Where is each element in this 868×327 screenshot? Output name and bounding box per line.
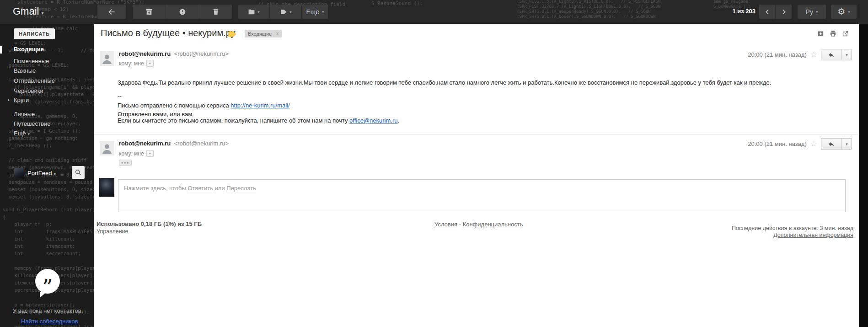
expand-triangle-icon[interactable]: ▸ [8, 97, 10, 102]
screen-edge [859, 24, 868, 327]
chevron-down-icon: ▾ [322, 10, 324, 14]
chat-profile-avatar[interactable] [14, 168, 24, 178]
signature-line-2: Отправлено вами, или вам. [118, 111, 194, 118]
sidebar-item-personal[interactable]: Личные [14, 111, 35, 118]
chevron-down-icon: ▾ [41, 11, 43, 16]
move-to-button[interactable]: ▾ [238, 5, 270, 19]
privacy-link[interactable]: Конфиденциальность [463, 221, 523, 228]
gmail-logo-text: Gmail [13, 5, 39, 17]
footer-legal-links: Условия - Конфиденциальность [434, 221, 523, 228]
sidebar-item-important[interactable]: Важные [14, 67, 36, 74]
label-chip-text: Входящие [248, 31, 272, 37]
message-actions-group [133, 5, 232, 19]
reply-arrow-icon [828, 51, 835, 59]
manage-storage-link[interactable]: Управление [96, 228, 129, 235]
archive-button[interactable] [133, 5, 166, 19]
no-contacts-text: У вас пока нет контактов. [13, 307, 83, 314]
signature-text: Если вы считаете это письмо спамом, пожа… [118, 117, 349, 124]
chevron-down-icon: ▾ [54, 172, 56, 176]
reply-button[interactable] [821, 139, 842, 149]
label-tag-icon [279, 8, 288, 16]
hangouts-icon: ” [35, 269, 60, 294]
more-message-options-button[interactable]: ▾ [842, 139, 852, 149]
find-contacts-link[interactable]: Найти собеседников [21, 318, 78, 325]
expand-all-icon[interactable] [817, 30, 825, 38]
background-code: S_ResumeSound (); [371, 0, 423, 7]
newer-button[interactable] [759, 5, 776, 19]
labels-button[interactable]: ▾ [270, 5, 301, 19]
print-icon[interactable] [829, 30, 837, 38]
chevron-down-icon: ▾ [289, 10, 292, 14]
details-dropdown-icon[interactable]: ▾ [146, 150, 154, 157]
signature-line-1: Письмо отправлено с помощью сервиса http… [118, 102, 290, 109]
sidebar-item-circles[interactable]: Круги [14, 96, 29, 103]
terms-link[interactable]: Условия [434, 221, 457, 228]
last-activity-text: Последние действия в аккаунте: 3 мин. на… [732, 225, 853, 232]
more-actions-button[interactable]: Ещё ▾ [302, 5, 328, 19]
back-button[interactable] [97, 5, 126, 19]
reply-button[interactable] [821, 49, 842, 60]
star-icon[interactable]: ☆ [810, 140, 817, 148]
sidebar-item-sent[interactable]: Отправленные [14, 77, 55, 84]
chevron-down-icon: ▾ [28, 132, 30, 136]
user-avatar [99, 178, 114, 197]
message-sender[interactable]: robot@nekurim.ru <robot@nekurim.ru> [119, 140, 229, 147]
input-language-button[interactable]: Ру ▾ [798, 5, 826, 19]
star-icon[interactable]: ☆ [810, 51, 817, 59]
sidebar-item-more[interactable]: Ещё▾ [14, 130, 30, 137]
sidebar-item-starred[interactable]: Помеченные [14, 58, 49, 64]
chip-remove-icon[interactable]: x [276, 31, 279, 36]
forward-link[interactable]: Переслать [226, 185, 256, 192]
gear-icon: ⚙ [837, 7, 845, 16]
sidebar-item-drafts[interactable]: Черновики [14, 87, 43, 94]
conversation-nav-group [759, 5, 792, 19]
pager-count: 1 из 203 [730, 8, 755, 15]
chevron-down-icon: ▾ [816, 10, 818, 14]
details-dropdown-icon[interactable]: ▾ [146, 60, 154, 67]
chevron-down-icon: ▾ [846, 53, 848, 57]
message-sender[interactable]: robot@nekurim.ru <robot@nekurim.ru> [119, 50, 229, 57]
sender-avatar[interactable] [100, 51, 114, 66]
spam-icon [178, 8, 187, 16]
chevron-left-icon [764, 8, 771, 16]
reply-arrow-icon [828, 140, 835, 148]
recipient-line: кому: мне ▾ [119, 150, 154, 157]
sidebar-item-travel[interactable]: Путешествие [14, 120, 50, 127]
activity-details-link[interactable]: Дополнительная информация [732, 232, 853, 239]
reply-link[interactable]: Ответить [188, 185, 213, 192]
sidebar-item-inbox[interactable]: Входящие [14, 46, 44, 53]
sender-avatar[interactable] [100, 141, 114, 155]
compose-button[interactable]: НАПИСАТЬ [14, 28, 55, 39]
more-actions-label: Ещё [306, 8, 319, 16]
reply-button-group: ▾ [821, 138, 852, 150]
chat-profile-name[interactable]: PortFeed▾ [27, 170, 56, 177]
search-icon [75, 169, 82, 176]
open-in-new-window-icon[interactable] [841, 30, 849, 38]
background-code: (SPR_PISG,1,5,{A_Light0},S_PISTOL,0,0}, … [517, 0, 660, 19]
message-timestamp: 20:00 (21 мин. назад) [748, 51, 807, 58]
settings-button[interactable]: ⚙ ▾ [831, 5, 857, 19]
importance-marker-icon[interactable] [228, 31, 236, 37]
message-timestamp: 20:00 (21 мин. назад) [748, 140, 807, 147]
archive-icon [145, 8, 153, 16]
older-button[interactable] [776, 5, 792, 19]
label-chip-inbox[interactable]: Входящие x [245, 30, 282, 38]
account-activity: Последние действия в аккаунте: 3 мин. на… [732, 225, 853, 239]
service-link[interactable]: http://ne-kurim.ru/mail/ [230, 102, 289, 109]
gmail-logo[interactable]: Gmail ▾ [13, 5, 43, 17]
report-spam-button[interactable] [166, 5, 199, 19]
office-email-link[interactable]: office@nekurim.ru [349, 117, 397, 124]
signature-line-3: Если вы считаете это письмо спамом, пожа… [118, 117, 399, 124]
sidebar-more-label: Ещё [14, 130, 26, 137]
show-trimmed-content-button[interactable]: ●●● [119, 160, 132, 166]
gmail-screen: skytexture = R_TextureNumForName ("SKY3"… [0, 0, 868, 327]
chat-search-button[interactable] [72, 166, 85, 179]
reply-compose-box[interactable]: Нажмите здесь, чтобы Ответить или Пересл… [118, 179, 846, 212]
reply-hint: Нажмите здесь, чтобы Ответить или Пересл… [124, 185, 845, 192]
more-message-options-button[interactable]: ▾ [842, 49, 852, 60]
thread-header-icons [817, 30, 849, 38]
folder-icon [247, 8, 256, 16]
chevron-down-icon: ▾ [848, 10, 850, 14]
chevron-down-icon: ▾ [846, 142, 848, 146]
delete-button[interactable] [199, 5, 232, 19]
